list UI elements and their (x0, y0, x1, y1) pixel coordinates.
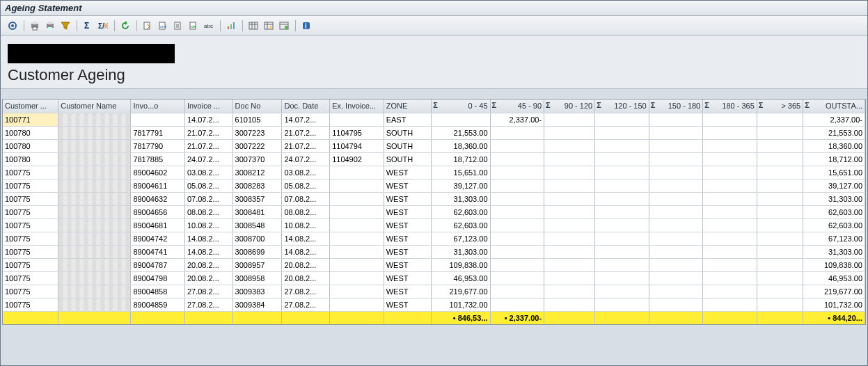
cell-b6[interactable] (757, 232, 803, 245)
cell-b4[interactable] (649, 126, 703, 139)
col-header-b0[interactable]: Σ0 - 45 (432, 100, 490, 113)
cell-cname[interactable] (58, 166, 131, 179)
cell-b1[interactable] (490, 245, 544, 258)
cell-b3[interactable] (595, 166, 649, 179)
cell-out[interactable]: 21,553.00 (803, 126, 865, 139)
cell-b4[interactable] (649, 152, 703, 166)
cell-docno[interactable]: 3008958 (232, 271, 282, 285)
cell-zone[interactable]: WEST (384, 218, 432, 232)
cell-b4[interactable] (649, 218, 703, 232)
filter-button[interactable] (58, 19, 73, 33)
cell-cust[interactable]: 100780 (3, 152, 58, 166)
cell-invno[interactable]: 89004681 (131, 218, 185, 232)
cell-invd[interactable]: 27.08.2... (184, 285, 232, 298)
cell-docd[interactable]: 14.08.2... (282, 245, 330, 258)
cell-docd[interactable]: 20.08.2... (282, 258, 330, 271)
abc-button[interactable]: abc (201, 19, 216, 33)
cell-docno[interactable]: 3008548 (232, 218, 282, 232)
cell-zone[interactable]: SOUTH (384, 139, 432, 152)
cell-docno[interactable]: 610105 (232, 113, 282, 126)
cell-cust[interactable]: 100771 (3, 113, 58, 126)
cell-invno[interactable]: 7817885 (131, 152, 185, 166)
cell-docd[interactable]: 08.08.2... (282, 205, 330, 218)
col-header-out[interactable]: ΣOUTSTA... (803, 100, 865, 113)
cell-b6[interactable] (757, 192, 803, 205)
cell-invd[interactable]: 07.08.2... (184, 192, 232, 205)
cell-out[interactable]: 31,303.00 (803, 245, 865, 258)
cell-b1[interactable] (490, 258, 544, 271)
cell-b6[interactable] (757, 126, 803, 139)
col-header-cust[interactable]: Customer ... (3, 100, 58, 113)
cell-b2[interactable] (544, 126, 595, 139)
cell-b6[interactable] (757, 139, 803, 152)
column-drag-tag[interactable] (154, 90, 169, 99)
cell-invno[interactable]: 89004602 (131, 166, 185, 179)
cell-b5[interactable] (703, 218, 757, 232)
cell-b2[interactable] (544, 205, 595, 218)
table-row[interactable]: 1007758900474114.08.2...300869914.08.2..… (3, 245, 865, 258)
cell-zone[interactable]: WEST (384, 271, 432, 285)
cell-b0[interactable]: 18,712.00 (432, 152, 490, 166)
cell-docno[interactable]: 3008283 (232, 179, 282, 192)
cell-b2[interactable] (544, 258, 595, 271)
cell-b0[interactable]: 15,651.00 (432, 166, 490, 179)
cell-b4[interactable] (649, 205, 703, 218)
cell-invno[interactable] (131, 113, 185, 126)
info-button[interactable]: i (299, 19, 314, 33)
cell-b4[interactable] (649, 139, 703, 152)
cell-b6[interactable] (757, 179, 803, 192)
cell-b2[interactable] (544, 192, 595, 205)
cell-out[interactable]: 31,303.00 (803, 192, 865, 205)
cell-zone[interactable]: WEST (384, 179, 432, 192)
cell-docno[interactable]: 3007370 (232, 152, 282, 166)
cell-out[interactable]: 67,123.00 (803, 232, 865, 245)
chart-button[interactable] (223, 19, 239, 33)
cell-b5[interactable] (703, 139, 757, 152)
cell-b1[interactable] (490, 179, 544, 192)
cell-b4[interactable] (649, 166, 703, 179)
cell-b4[interactable] (649, 258, 703, 271)
cell-out[interactable]: 39,127.00 (803, 179, 865, 192)
cell-out[interactable]: 15,651.00 (803, 166, 865, 179)
cell-b3[interactable] (595, 139, 649, 152)
print-button[interactable] (27, 19, 42, 33)
cell-invd[interactable]: 14.07.2... (184, 113, 232, 126)
cell-b5[interactable] (703, 179, 757, 192)
col-header-docno[interactable]: Doc No (232, 100, 282, 113)
cell-docno[interactable]: 3008957 (232, 258, 282, 271)
cell-b5[interactable] (703, 298, 757, 311)
export-button[interactable] (140, 19, 155, 33)
cell-cname[interactable] (58, 205, 131, 218)
cell-b0[interactable]: 101,732.00 (432, 298, 490, 311)
col-header-zone[interactable]: ZONE (384, 100, 432, 113)
sum-button[interactable]: Σ (80, 19, 95, 33)
cell-invd[interactable]: 14.08.2... (184, 245, 232, 258)
cell-b0[interactable]: 39,127.00 (432, 179, 490, 192)
cell-b3[interactable] (595, 258, 649, 271)
cell-docd[interactable]: 20.08.2... (282, 271, 330, 285)
cell-cust[interactable]: 100775 (3, 285, 58, 298)
cell-b5[interactable] (703, 113, 757, 126)
cell-b3[interactable] (595, 245, 649, 258)
cell-docno[interactable]: 3007222 (232, 139, 282, 152)
cell-b4[interactable] (649, 192, 703, 205)
cell-out[interactable]: 101,732.00 (803, 298, 865, 311)
cell-exinv[interactable] (330, 179, 384, 192)
cell-b5[interactable] (703, 258, 757, 271)
cell-b1[interactable] (490, 192, 544, 205)
cell-invno[interactable]: 89004859 (131, 298, 185, 311)
cell-zone[interactable]: WEST (384, 298, 432, 311)
cell-exinv[interactable] (330, 232, 384, 245)
cell-zone[interactable]: WEST (384, 285, 432, 298)
cell-b2[interactable] (544, 298, 595, 311)
cell-b3[interactable] (595, 218, 649, 232)
cell-b6[interactable] (757, 205, 803, 218)
cell-docno[interactable]: 3007223 (232, 126, 282, 139)
cell-exinv[interactable] (330, 218, 384, 232)
cell-b2[interactable] (544, 232, 595, 245)
col-header-cname[interactable]: Customer Name (58, 100, 131, 113)
cell-cname[interactable] (58, 126, 131, 139)
export-txt-button[interactable] (171, 19, 186, 33)
cell-zone[interactable]: SOUTH (384, 126, 432, 139)
cell-docd[interactable]: 21.07.2... (282, 139, 330, 152)
